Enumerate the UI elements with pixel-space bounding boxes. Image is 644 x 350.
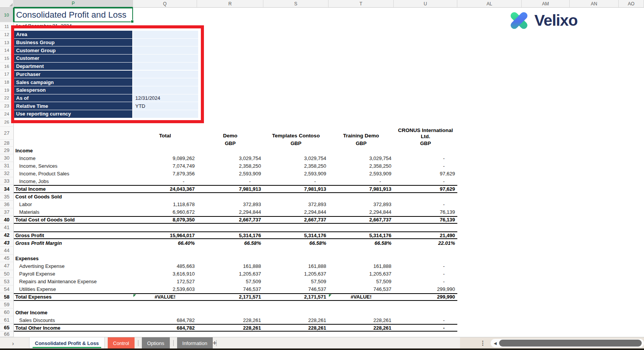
row-header-41[interactable]: 41 (0, 224, 14, 231)
currency-label[interactable]: GBP (329, 140, 394, 147)
cell-value[interactable]: 24,043,367 (133, 185, 197, 193)
row-label-labor[interactable]: Labor (14, 201, 133, 208)
cell-value[interactable]: 161,888 (263, 262, 329, 270)
row-label-income[interactable]: Income (14, 154, 133, 162)
row-header-61[interactable]: 61 (0, 316, 14, 324)
cell-value[interactable]: 372,893 (263, 201, 329, 208)
cell-value[interactable] (329, 301, 394, 309)
cell-value[interactable]: 2,593,909 (329, 170, 394, 177)
cell-value[interactable]: 372,893 (329, 201, 394, 208)
title-cell[interactable]: Consolidated Profit and Loss (14, 8, 133, 22)
filter-value-salesperson[interactable] (133, 86, 198, 94)
cell-value[interactable]: 228,261 (263, 324, 329, 332)
cell-value[interactable]: 2,294,844 (329, 208, 394, 216)
cell-value[interactable]: 8,079,350 (133, 216, 197, 224)
cell-value[interactable]: - (394, 154, 457, 162)
cell-value[interactable]: 57,509 (263, 278, 329, 286)
column-header-R[interactable]: R (197, 0, 263, 8)
row-label-expenses[interactable]: Expenses (14, 254, 133, 262)
row-label-utilities-expense[interactable]: Utilities Expense (14, 286, 133, 293)
column-header-S[interactable]: S (263, 0, 329, 8)
tab-options[interactable]: Options (142, 337, 170, 349)
cell-value[interactable] (394, 332, 457, 337)
row-header-54[interactable]: 54 (0, 286, 14, 293)
cell-value[interactable] (329, 147, 394, 154)
row-header-60[interactable]: 60 (0, 309, 14, 316)
row-header-32[interactable]: 32 (0, 170, 14, 177)
cell-value[interactable]: 5,314,176 (263, 231, 329, 239)
cell-value[interactable]: 66.58% (329, 239, 394, 247)
cell-value[interactable]: 3,029,754 (263, 154, 329, 162)
row-header-11[interactable]: 11 (0, 22, 14, 31)
row-header-43[interactable]: 43 (0, 239, 14, 247)
row-header-59[interactable]: 59 (0, 301, 14, 309)
cell-value[interactable]: 746,537 (197, 286, 263, 293)
row-header-30[interactable]: 30 (0, 154, 14, 162)
row-header-66[interactable]: 66 (0, 332, 14, 337)
filter-value-department[interactable] (133, 63, 198, 70)
cell-value[interactable] (394, 193, 457, 201)
currency-label[interactable]: GBP (394, 140, 457, 147)
column-header-AM[interactable]: AM (522, 0, 570, 8)
row-header-50[interactable]: 50 (0, 270, 14, 278)
filter-label-department[interactable]: Department (14, 63, 132, 70)
row-header-15[interactable]: 15 (0, 54, 14, 63)
row-header-14[interactable]: 14 (0, 46, 14, 54)
cell-value[interactable]: 1,205,637 (197, 270, 263, 278)
filter-value-area[interactable] (133, 31, 198, 38)
column-title-demo[interactable]: Demo (197, 127, 263, 140)
filter-label-relative-time[interactable]: Relative Time (14, 102, 132, 110)
cell-value[interactable]: 97,629 (394, 185, 457, 193)
filter-label-business-group[interactable]: Business Group (14, 39, 132, 46)
row-header-24[interactable]: 24 (0, 110, 14, 118)
cell-value[interactable]: - (394, 201, 457, 208)
row-label-income[interactable]: Income (14, 147, 133, 154)
cell-value[interactable]: 66.58% (263, 239, 329, 247)
cell-value[interactable]: 3,029,754 (329, 154, 394, 162)
cell-value[interactable]: - (394, 177, 457, 185)
filter-value-relative-time[interactable]: YTD (133, 102, 198, 110)
cell-value[interactable]: - (394, 278, 457, 286)
cell-value[interactable]: 7,981,913 (197, 185, 263, 193)
column-header-AN[interactable]: AN (570, 0, 619, 8)
row-label-total-income[interactable]: Total Income (14, 185, 133, 193)
tab-consolidated-profit-loss[interactable]: Consolidated Profit & Loss (29, 337, 105, 349)
cell-value[interactable]: 172,527 (133, 278, 197, 286)
row-label-total-cost-of-goods-sold[interactable]: Total Cost of Goods Sold (14, 216, 133, 224)
filter-label-customer[interactable]: Customer (14, 54, 132, 62)
cell-value[interactable]: 15,964,017 (133, 231, 197, 239)
row-header-23[interactable]: 23 (0, 102, 14, 110)
cell-value[interactable]: 3,616,910 (133, 270, 197, 278)
cell-value[interactable] (394, 224, 457, 231)
row-header-36[interactable]: 36 (0, 201, 14, 208)
cell-value[interactable]: 684,782 (133, 324, 197, 332)
cell-value[interactable]: 299,990 (394, 286, 457, 293)
cell-value[interactable]: 76,139 (394, 208, 457, 216)
row-header-19[interactable]: 19 (0, 86, 14, 94)
cell-value[interactable]: 7,879,356 (133, 170, 197, 177)
cell-value[interactable]: 2,358,250 (329, 162, 394, 170)
cell-value[interactable]: - (133, 177, 197, 185)
column-header-AL[interactable]: AL (457, 0, 522, 8)
cell-value[interactable]: 76,139 (394, 216, 457, 224)
row-header-45[interactable]: 45 (0, 254, 14, 262)
cell-value[interactable] (329, 332, 394, 337)
cell-value[interactable]: 684,782 (133, 316, 197, 324)
column-title-training-demo[interactable]: Training Demo (329, 127, 394, 140)
row-label-other-income[interactable]: Other Income (14, 309, 133, 316)
cell-value[interactable] (133, 224, 197, 231)
cell-value[interactable]: 2,294,844 (263, 208, 329, 216)
row-label-total-other-income[interactable]: Total Other Income (14, 324, 133, 332)
cell-value[interactable] (263, 309, 329, 316)
row-header-13[interactable]: 13 (0, 39, 14, 47)
cell-value[interactable] (197, 193, 263, 201)
cell-value[interactable]: 2,539,603 (133, 286, 197, 293)
cell-value[interactable]: - (197, 177, 263, 185)
cell-value[interactable] (197, 254, 263, 262)
filter-value-use-reporting-currency[interactable] (133, 110, 198, 118)
cell-value[interactable]: 97,629 (394, 170, 457, 177)
row-header-31[interactable]: 31 (0, 162, 14, 170)
cell-value[interactable]: 372,893 (197, 201, 263, 208)
cell-value[interactable] (197, 247, 263, 254)
cell-value[interactable] (394, 247, 457, 254)
